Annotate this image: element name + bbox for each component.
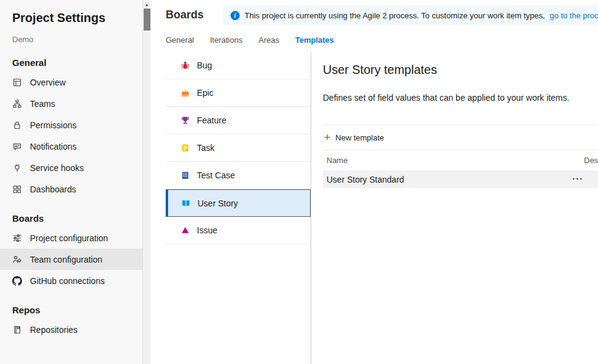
tab-general[interactable]: General <box>166 35 194 45</box>
project-name: Demo <box>12 35 142 44</box>
banner-process-link[interactable]: go to the process <box>550 11 598 20</box>
user-story-icon <box>181 198 191 208</box>
sidebar-item-github-connections[interactable]: GitHub connections <box>0 270 142 291</box>
epic-icon <box>180 88 190 98</box>
work-item-type-label: User Story <box>197 198 238 208</box>
permissions-icon <box>12 120 22 130</box>
work-item-type-label: Feature <box>197 115 226 125</box>
templates-panel: User Story templates Defines set of fiel… <box>323 52 598 364</box>
issue-icon <box>180 225 190 235</box>
task-icon <box>180 143 190 153</box>
column-header-name: Name <box>327 156 348 165</box>
work-item-type-label: Issue <box>197 225 217 235</box>
sidebar-item-label: Repositories <box>30 325 78 335</box>
panel-divider <box>311 52 311 364</box>
work-item-type-label: Test Case <box>197 170 235 180</box>
work-item-type-label: Task <box>197 143 215 153</box>
process-info-banner: i This project is currently using the Ag… <box>223 5 598 25</box>
overview-icon <box>12 78 22 87</box>
new-template-label: New template <box>336 133 384 142</box>
sidebar-item-overview[interactable]: Overview <box>0 71 142 93</box>
sidebar-item-service-hooks[interactable]: Service hooks <box>0 157 142 178</box>
banner-text: This project is currently using the Agil… <box>245 11 545 20</box>
work-item-type-label: Epic <box>197 88 213 98</box>
test-case-icon <box>180 170 190 180</box>
work-item-type-label: Bug <box>197 60 212 70</box>
work-item-type-epic[interactable]: Epic <box>166 79 311 107</box>
notifications-icon <box>12 142 22 151</box>
sidebar-item-label: Overview <box>30 78 65 87</box>
sidebar-item-notifications[interactable]: Notifications <box>0 136 142 157</box>
sidebar-item-project-configuration[interactable]: Project configuration <box>0 227 142 249</box>
sidebar-item-label: Permissions <box>30 120 76 130</box>
sidebar-item-repositories[interactable]: Repositories <box>0 319 142 340</box>
feature-icon <box>180 115 190 125</box>
sidebar-item-label: Teams <box>30 99 55 109</box>
templates-panel-title: User Story templates <box>323 63 598 77</box>
sidebar-item-label: Notifications <box>30 142 76 151</box>
tab-iterations[interactable]: Iterations <box>210 35 242 45</box>
work-item-type-bug[interactable]: Bug <box>166 52 311 79</box>
project-configuration-icon <box>12 233 22 243</box>
sidebar-title: Project Settings <box>12 11 142 25</box>
sidebar-item-label: Service hooks <box>30 163 84 173</box>
sidebar-item-permissions[interactable]: Permissions <box>0 114 142 136</box>
boards-tabs: General Iterations Areas Templates <box>166 35 334 45</box>
work-item-type-feature[interactable]: Feature <box>166 107 311 134</box>
plus-icon: + <box>324 132 331 143</box>
github-icon <box>12 276 22 286</box>
templates-toolbar: + New template <box>323 125 598 150</box>
template-row-user-story-standard[interactable]: User Story Standard ··· <box>323 170 598 188</box>
work-item-type-list: Bug Epic Feature Task Test Case <box>166 52 311 244</box>
sidebar-item-team-configuration[interactable]: Team configuration <box>0 249 142 270</box>
row-more-actions-icon[interactable]: ··· <box>572 173 583 184</box>
work-item-type-task[interactable]: Task <box>166 134 311 162</box>
dashboards-icon <box>12 184 22 194</box>
main-content: Boards i This project is currently using… <box>150 0 598 364</box>
template-name: User Story Standard <box>327 175 404 184</box>
tab-templates[interactable]: Templates <box>295 35 334 45</box>
sidebar-item-label: GitHub connections <box>30 276 105 286</box>
sidebar-item-label: Project configuration <box>30 233 108 243</box>
templates-panel-description: Defines set of field values that can be … <box>323 93 598 103</box>
section-label-general: General <box>12 57 142 68</box>
bug-icon <box>180 60 190 70</box>
team-configuration-icon <box>12 255 22 264</box>
page-title: Boards <box>166 9 204 21</box>
project-settings-sidebar: Project Settings Demo General Overview T… <box>0 0 142 364</box>
teams-icon <box>12 99 22 109</box>
section-label-boards: Boards <box>12 213 142 224</box>
sidebar-item-label: Team configuration <box>30 255 102 264</box>
scrollbar-up-arrow-icon[interactable]: ▲ <box>143 0 150 9</box>
templates-table-header: Name Description <box>323 150 598 170</box>
work-item-type-test-case[interactable]: Test Case <box>166 162 311 189</box>
section-label-repos: Repos <box>12 305 142 315</box>
tab-areas[interactable]: Areas <box>259 35 279 45</box>
info-icon: i <box>231 11 240 20</box>
column-header-description: Description <box>584 156 598 165</box>
new-template-button[interactable]: + New template <box>323 132 384 143</box>
repositories-icon <box>12 325 22 335</box>
sidebar-item-teams[interactable]: Teams <box>0 93 142 114</box>
sidebar-scrollbar[interactable]: ▲ <box>142 0 150 364</box>
work-item-type-user-story[interactable]: User Story <box>166 189 311 217</box>
service-hooks-icon <box>12 163 22 173</box>
sidebar-item-dashboards[interactable]: Dashboards <box>0 178 142 200</box>
sidebar-item-label: Dashboards <box>30 184 76 194</box>
work-item-type-issue[interactable]: Issue <box>166 217 311 244</box>
